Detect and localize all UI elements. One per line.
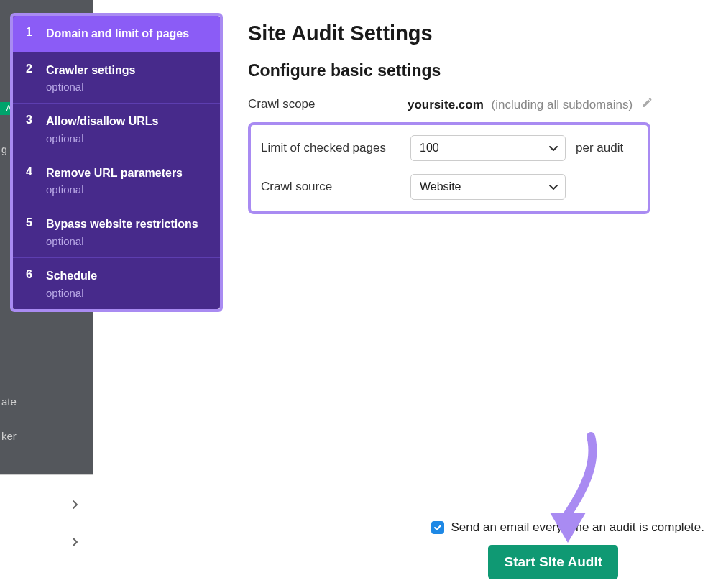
chevron-right-icon [72, 500, 79, 513]
email-notify-row: Send an email every time an audit is com… [248, 520, 704, 535]
source-value: Website [420, 180, 461, 193]
steps-panel-highlight: 1 Domain and limit of pages 2 Crawler se… [10, 13, 223, 312]
step-optional: optional [46, 183, 208, 196]
crawl-scope-note: (including all subdomains) [492, 98, 633, 111]
crawl-scope-value: yoursite.com [408, 98, 484, 111]
limit-value: 100 [420, 142, 439, 155]
step-label: Bypass website restrictions [46, 216, 208, 232]
step-number: 4 [26, 165, 46, 178]
start-site-audit-button[interactable]: Start Site Audit [488, 545, 618, 579]
background-panel [0, 474, 93, 588]
step-number: 5 [26, 216, 46, 229]
step-number: 6 [26, 268, 46, 281]
step-label: Allow/disallow URLs [46, 114, 208, 129]
source-label: Crawl source [261, 180, 410, 194]
limit-select[interactable]: 100 [410, 135, 566, 161]
chevron-down-icon [549, 180, 558, 193]
step-number: 1 [26, 26, 46, 39]
background-text: ate [1, 395, 17, 408]
email-checkbox[interactable] [431, 521, 444, 534]
pencil-icon[interactable] [640, 96, 653, 109]
step-allow-disallow[interactable]: 3 Allow/disallow URLs optional [13, 104, 220, 155]
section-title: Configure basic settings [248, 61, 704, 81]
settings-highlight: Limit of checked pages 100 per audit Cra… [248, 122, 650, 214]
step-schedule[interactable]: 6 Schedule optional [13, 258, 220, 309]
step-label: Domain and limit of pages [46, 26, 208, 42]
steps-panel: 1 Domain and limit of pages 2 Crawler se… [13, 16, 220, 309]
source-row: Crawl source Website [261, 174, 638, 200]
step-label: Crawler settings [46, 63, 208, 78]
chevron-down-icon [549, 142, 558, 155]
footer: Send an email every time an audit is com… [248, 520, 704, 579]
page-title: Site Audit Settings [248, 22, 704, 45]
main-content: Site Audit Settings Configure basic sett… [248, 22, 704, 214]
step-label: Remove URL parameters [46, 165, 208, 181]
step-crawler-settings[interactable]: 2 Crawler settings optional [13, 52, 220, 104]
limit-label: Limit of checked pages [261, 141, 410, 155]
background-text: ker [1, 430, 17, 442]
source-select[interactable]: Website [410, 174, 566, 200]
crawl-scope-label: Crawl scope [248, 97, 408, 111]
crawl-scope-row: Crawl scope yoursite.com (including all … [248, 96, 704, 112]
step-number: 2 [26, 63, 46, 75]
step-number: 3 [26, 114, 46, 127]
step-domain-limit[interactable]: 1 Domain and limit of pages [13, 16, 220, 52]
step-remove-params[interactable]: 4 Remove URL parameters optional [13, 155, 220, 207]
limit-suffix: per audit [576, 141, 623, 155]
step-label: Schedule [46, 268, 208, 284]
email-notify-text: Send an email every time an audit is com… [451, 520, 704, 535]
step-optional: optional [46, 132, 208, 144]
step-optional: optional [46, 235, 208, 247]
step-bypass-restrictions[interactable]: 5 Bypass website restrictions optional [13, 206, 220, 258]
step-optional: optional [46, 81, 208, 93]
step-optional: optional [46, 287, 208, 299]
chevron-right-icon [72, 537, 79, 550]
limit-row: Limit of checked pages 100 per audit [261, 135, 638, 161]
